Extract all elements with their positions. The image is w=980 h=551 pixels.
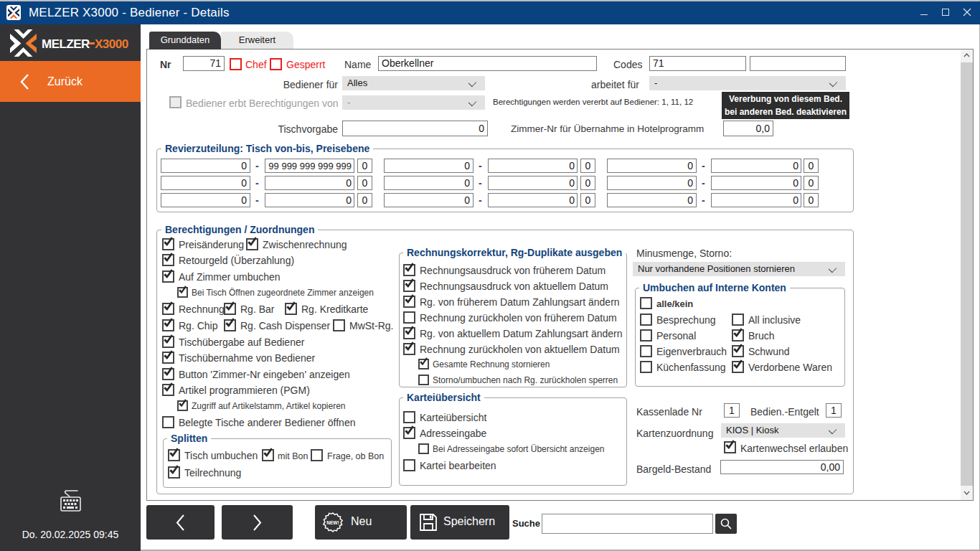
- svg-text:NEW!: NEW!: [326, 520, 339, 525]
